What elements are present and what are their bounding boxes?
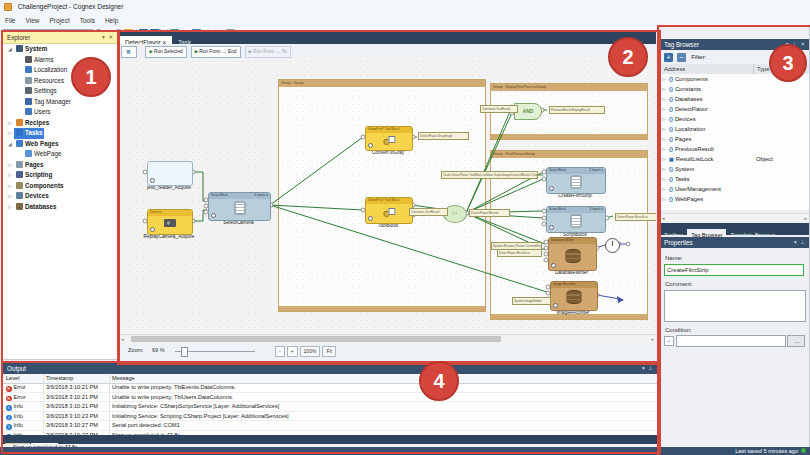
name-field[interactable]: CreateFilmStrip [664,264,804,276]
tag-reference-label[interactable]: System.ImageFolder [512,297,551,305]
explorer-item-devices[interactable]: ▷Devices [3,191,117,202]
scroll-right-icon[interactable]: ▸ [651,336,654,342]
node-databasewriter[interactable]: Database Writer [548,237,597,271]
properties-header[interactable]: Properties ▾ ⊥ [660,237,809,248]
run-from-end-button[interactable]: ▶Run From → End [191,46,241,58]
output-row[interactable]: iInfo3/6/2018 3:10:23 PMInitializing Ser… [3,412,657,422]
node-input-count-badge[interactable]: 2 Inputs ▾ [589,168,603,174]
properties-header-icons[interactable]: ▾ ⊥ [794,237,806,248]
tag-reference-label[interactable]: Constants.TestResult [480,105,518,113]
node-toolblock[interactable]: VisionPro® Tool Block⚙ [365,197,413,224]
tag-row-constants[interactable]: ▷{}Constants [660,84,809,94]
column-type[interactable]: Type [753,64,770,74]
node-input-count-badge[interactable]: 6 Inputs ▾ [254,193,268,199]
layout-grid-button[interactable]: ▦ [121,46,137,58]
expander-icon[interactable]: ▷ [660,194,668,204]
column-address[interactable]: Address [664,64,685,74]
expander-icon[interactable]: ▷ [6,128,14,139]
explorer-item-pages[interactable]: ▷Pages [3,160,117,171]
explorer-item-webpage[interactable]: WebPage [3,149,117,160]
tag-row-pages[interactable]: ▷{}Pages [660,134,809,144]
expander-icon[interactable]: ◢ [6,44,14,55]
expand-all-icon[interactable]: + [664,53,673,62]
tag-row-databases[interactable]: ▷{}Databases [660,94,809,104]
menu-item-view[interactable]: View [20,14,44,27]
zoom-in-button[interactable]: + [287,346,298,357]
collapse-all-icon[interactable]: − [677,53,686,62]
column-timestamp[interactable]: Timestamp [43,374,109,383]
explorer-header[interactable]: Explorer ▾ ✕ [3,32,117,44]
explorer-item-web-pages[interactable]: ◢Web Pages [3,139,117,150]
expander-icon[interactable]: ▷ [660,144,668,154]
node-input-count-badge[interactable]: 3 Inputs ▾ [589,207,603,213]
tag-reference-label[interactable]: Constants.TestResult [409,208,448,216]
zoom-slider-thumb[interactable] [181,347,188,357]
condition-field[interactable] [676,335,786,347]
expander-icon[interactable]: ▷ [660,124,668,134]
tag-reference-label[interactable]: DetectFlavor.Results [469,209,510,217]
output-header-icons[interactable]: ▾ ⊥ [642,363,654,374]
tag-reference-label[interactable]: DetectFlavor.ResultList [497,249,542,257]
tag-row-localization[interactable]: ▷{}Localization [660,124,809,134]
expander-icon[interactable]: ▷ [660,184,668,194]
explorer-item-components[interactable]: ▷Components [3,181,117,192]
expander-icon[interactable]: ▷ [6,181,14,192]
expander-icon[interactable]: ▷ [660,154,668,164]
tag-row-usermanagement[interactable]: ▷{}UserManagement [660,184,809,194]
and-gate-node[interactable]: AND [514,103,542,120]
expander-icon[interactable]: ▷ [660,164,668,174]
expander-icon[interactable]: ▷ [6,170,14,181]
node-imagerecorder[interactable]: Image Recorder [550,281,598,311]
column-level[interactable]: Level [3,374,43,383]
node-selectcamera[interactable]: 6 Inputs ▾Script Block [208,192,271,221]
node-jello-reader-acquire[interactable] [147,161,193,186]
explorer-item-system[interactable]: ◢System [3,44,117,55]
output-row[interactable]: iInfo3/6/2018 3:10:21 PMInitializing Ser… [3,402,657,412]
explorer-header-icons[interactable]: ▾ ✕ [102,32,114,43]
node-replaycamera-acquire[interactable]: Camera [147,209,193,235]
expander-icon[interactable]: ◢ [6,139,14,150]
expander-icon[interactable]: ▷ [6,118,14,129]
explorer-item-scripting[interactable]: ▷Scripting [3,170,117,181]
output-row[interactable]: ✕Error3/6/2018 3:10:21 PMUnable to write… [3,393,657,403]
node-createfilmstrip[interactable]: 2 Inputs ▾Script Block [546,167,606,194]
tag-row-system[interactable]: ▷{}System [660,164,809,174]
explorer-item-recipes[interactable]: ▷Recipes [3,118,117,129]
tag-reference-label[interactable]: DetectFlavor.ResultList [615,213,656,221]
output-header[interactable]: Output ▾ ⊥ [3,363,657,374]
tag-browser-scrollbar[interactable]: ◂ ▸ [660,213,809,222]
tag-row-detectflavor[interactable]: ▷{}DetectFlavor [660,104,809,114]
menu-item-project[interactable]: Project [44,14,74,27]
tag-reference-label[interactable]: PreviousResult.ReplayResult [549,106,605,114]
explorer-item-tag-manager[interactable]: Tag Manager [3,97,117,108]
expander-icon[interactable]: ▷ [660,174,668,184]
condition-browse-button[interactable]: ... [787,335,805,347]
zoom-100-button[interactable]: 100% [300,346,321,357]
expander-icon[interactable]: ▷ [660,74,668,84]
zoom-fit-button[interactable]: Fit [322,346,336,357]
condition-checkbox[interactable]: ✓ [664,336,674,346]
expander-icon[interactable]: ▷ [660,84,668,94]
expander-icon[interactable]: ▷ [6,160,14,171]
task-diagram-canvas[interactable]: Group : GroupGroup : ReplayPostProcessGr… [119,58,656,334]
delay-timer-node[interactable] [605,238,620,253]
menu-item-help[interactable]: Help [100,14,123,27]
explorer-item-tasks[interactable]: ▷Tasks [3,128,117,139]
tag-row-tasks[interactable]: ▷{}Tasks [660,174,809,184]
tag-row-webpages[interactable]: ▷{}WebPages [660,194,809,204]
tag-row-resultlistlock[interactable]: ▷▦ResultListLockObject [660,154,809,164]
output-row[interactable]: iInfo3/6/2018 3:10:27 PMSerial port dete… [3,421,657,431]
run-selected-button[interactable]: ▶Run Selected [145,46,186,58]
expander-icon[interactable]: ▷ [660,114,668,124]
tag-reference-label[interactable]: DetectFlavor.GrayImage [418,132,469,140]
explorer-item-databases[interactable]: ▷Databases [3,202,117,213]
comment-field[interactable] [664,290,806,322]
node-converttogray[interactable]: VisionPro® Tool Block⚙ [365,126,413,151]
scrollbar-thumb[interactable] [131,336,501,342]
explorer-item-users[interactable]: Users [3,107,117,118]
menu-item-file[interactable]: File [0,14,20,27]
zoom-out-button[interactable]: - [275,346,285,357]
expander-icon[interactable]: ▷ [6,202,14,213]
menu-item-tools[interactable]: Tools [75,14,100,27]
scroll-left-icon[interactable]: ◂ [662,215,665,221]
